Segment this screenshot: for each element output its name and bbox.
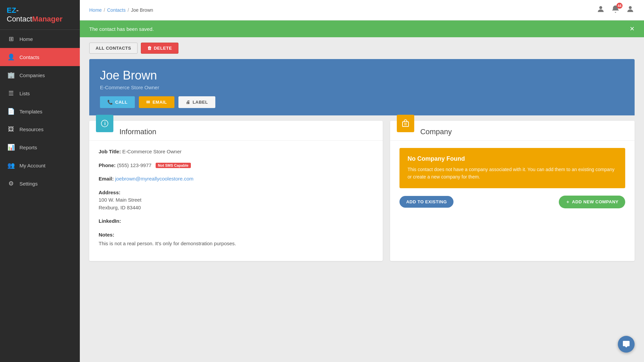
email-label: Email: (99, 176, 114, 182)
email-link[interactable]: joebrown@myreallycoolestore.com (115, 176, 194, 182)
chat-bubble-button[interactable] (618, 336, 635, 353)
logo-dash: - (16, 6, 18, 14)
call-label: CALL (115, 100, 128, 105)
add-to-existing-button[interactable]: ADD TO EXISTING (399, 196, 453, 208)
address-label: Address: (99, 190, 120, 195)
alert-close-button[interactable]: ✕ (630, 25, 635, 33)
breadcrumb-home[interactable]: Home (89, 7, 102, 13)
company-card-icon (397, 115, 414, 132)
address-line1: 100 W. Main Street (99, 196, 373, 204)
alert-message: The contact has been saved. (89, 26, 154, 32)
sms-badge: Not SMS Capable (156, 163, 191, 168)
email-button[interactable]: ✉ EMAIL (139, 96, 174, 108)
trash-icon: 🗑 (147, 46, 152, 51)
reports-icon: 📊 (7, 144, 15, 151)
breadcrumb-current: Joe Brown (131, 7, 153, 13)
job-title-text: E-Commerce Store Owner (122, 149, 182, 154)
info-card-icon: i (96, 115, 113, 132)
no-company-desc: This contact does not have a company ass… (408, 166, 617, 181)
add-new-company-button[interactable]: ＋ ADD NEW COMPANY (559, 196, 625, 208)
sidebar-item-resources[interactable]: 🖼 Resources (0, 120, 80, 138)
company-action-buttons: ADD TO EXISTING ＋ ADD NEW COMPANY (399, 196, 625, 210)
email-icon: ✉ (146, 100, 150, 105)
print-icon: 🖨 (186, 100, 191, 105)
contact-header-card: Joe Brown E-Commerce Store Owner 📞 CALL … (89, 59, 635, 115)
sidebar-item-companies[interactable]: 🏢 Companies (0, 66, 80, 84)
phone-icon: 📞 (107, 100, 113, 105)
add-new-company-label: ADD NEW COMPANY (572, 199, 619, 204)
sidebar-item-my-account[interactable]: 👥 My Account (0, 156, 80, 174)
info-card-body: Job Title: E-Commerce Store Owner Phone:… (89, 141, 383, 261)
sidebar-label-lists: Lists (19, 91, 30, 96)
info-card: i Information Job Title: E-Commerce Stor… (89, 121, 383, 261)
svg-rect-4 (402, 122, 409, 126)
sidebar-item-settings[interactable]: ⚙ Settings (0, 174, 80, 193)
notification-count: 44 (616, 3, 623, 9)
breadcrumb-sep-1: / (104, 7, 105, 13)
email-label: EMAIL (153, 100, 167, 105)
job-title-label: Job Title: (99, 149, 121, 154)
all-contacts-button[interactable]: ALL CONTACTS (89, 43, 138, 54)
delete-button[interactable]: 🗑 DELETE (141, 43, 178, 54)
sidebar-item-home[interactable]: ⊞ Home (0, 30, 80, 48)
sidebar-item-lists[interactable]: ☰ Lists (0, 84, 80, 102)
app-logo: EZ-ContactManager (0, 0, 80, 30)
svg-point-0 (599, 6, 602, 9)
my-account-icon: 👥 (7, 162, 15, 169)
contact-job-title: E-Commerce Store Owner (100, 85, 624, 90)
delete-label: DELETE (154, 46, 172, 51)
address-line2: Rexburg, ID 83440 (99, 204, 373, 212)
svg-text:i: i (104, 121, 106, 126)
logo-ez: EZ (7, 6, 16, 14)
sidebar-label-settings: Settings (19, 181, 38, 187)
sidebar-item-templates[interactable]: 📄 Templates (0, 102, 80, 120)
phone-number: (555) 123-9977 (117, 162, 152, 168)
header-actions: 44 (596, 5, 635, 15)
account-icon[interactable] (626, 5, 635, 15)
company-card-title: Company (390, 121, 635, 141)
sidebar-label-templates: Templates (19, 109, 42, 114)
sidebar-item-contacts[interactable]: 👤 Contacts (0, 48, 80, 66)
sidebar-label-resources: Resources (19, 126, 44, 132)
settings-icon: ⚙ (7, 180, 15, 187)
companies-icon: 🏢 (7, 71, 15, 79)
sidebar-item-reports[interactable]: 📊 Reports (0, 138, 80, 156)
contact-action-buttons: 📞 CALL ✉ EMAIL 🖨 LABEL (100, 96, 624, 108)
svg-point-1 (629, 6, 632, 9)
user-icon[interactable] (596, 5, 605, 15)
main-content: Home / Contacts / Joe Brown 44 The conta… (80, 0, 644, 362)
no-company-box: No Company Found This contact does not h… (399, 148, 625, 188)
address-row: Address: 100 W. Main Street Rexburg, ID … (99, 189, 373, 212)
notifications-icon[interactable]: 44 (611, 5, 620, 15)
sidebar-label-home: Home (19, 36, 33, 42)
email-row: Email: joebrown@myreallycoolestore.com (99, 175, 373, 183)
sidebar-label-contacts: Contacts (19, 54, 39, 60)
resources-icon: 🖼 (7, 126, 15, 133)
plus-icon: ＋ (566, 199, 570, 205)
company-card-body: No Company Found This contact does not h… (390, 141, 635, 217)
job-title-row: Job Title: E-Commerce Store Owner (99, 148, 373, 156)
notes-label: Notes: (99, 232, 114, 238)
company-card: Company No Company Found This contact do… (390, 121, 635, 261)
contacts-icon: 👤 (7, 53, 15, 61)
phone-row: Phone: (555) 123-9977 Not SMS Capable (99, 162, 373, 169)
alert-bar: The contact has been saved. ✕ (80, 20, 644, 37)
info-card-title: Information (89, 121, 383, 141)
breadcrumb-contacts[interactable]: Contacts (107, 7, 125, 13)
notes-value: This is not a real person. It's only for… (99, 240, 373, 248)
label-label: LABEL (193, 100, 208, 105)
logo-contact: Contact (7, 15, 32, 23)
contact-name: Joe Brown (100, 68, 624, 83)
sidebar-label-my-account: My Account (19, 163, 46, 168)
home-icon: ⊞ (7, 35, 15, 43)
linkedin-row: LinkedIn: (99, 217, 373, 225)
breadcrumb-sep-2: / (128, 7, 129, 13)
notes-row: Notes: This is not a real person. It's o… (99, 231, 373, 248)
call-button[interactable]: 📞 CALL (100, 96, 135, 108)
sidebar: EZ-ContactManager ⊞ Home 👤 Contacts 🏢 Co… (0, 0, 80, 362)
linkedin-label: LinkedIn: (99, 218, 121, 224)
label-button[interactable]: 🖨 LABEL (178, 96, 215, 108)
page-header: Home / Contacts / Joe Brown 44 (80, 0, 644, 20)
breadcrumb: Home / Contacts / Joe Brown (89, 7, 153, 13)
toolbar: ALL CONTACTS 🗑 DELETE (80, 37, 644, 59)
